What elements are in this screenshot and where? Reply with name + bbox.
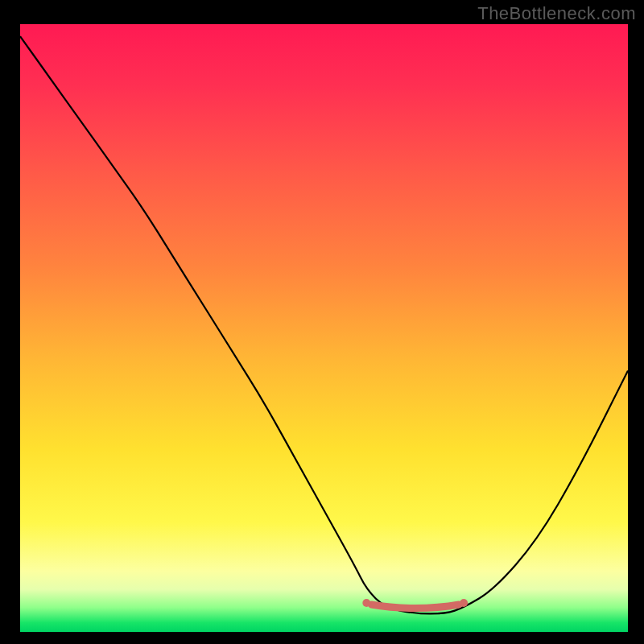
bottleneck-curve <box>20 36 628 613</box>
plot-area <box>20 24 628 632</box>
curve-layer <box>20 24 628 632</box>
watermark-label: TheBottleneck.com <box>477 3 636 24</box>
chart-frame: TheBottleneck.com <box>0 0 644 644</box>
optimal-band <box>371 605 459 609</box>
optimal-band-start-dot <box>362 599 370 607</box>
optimal-band-end-dot <box>460 599 468 607</box>
